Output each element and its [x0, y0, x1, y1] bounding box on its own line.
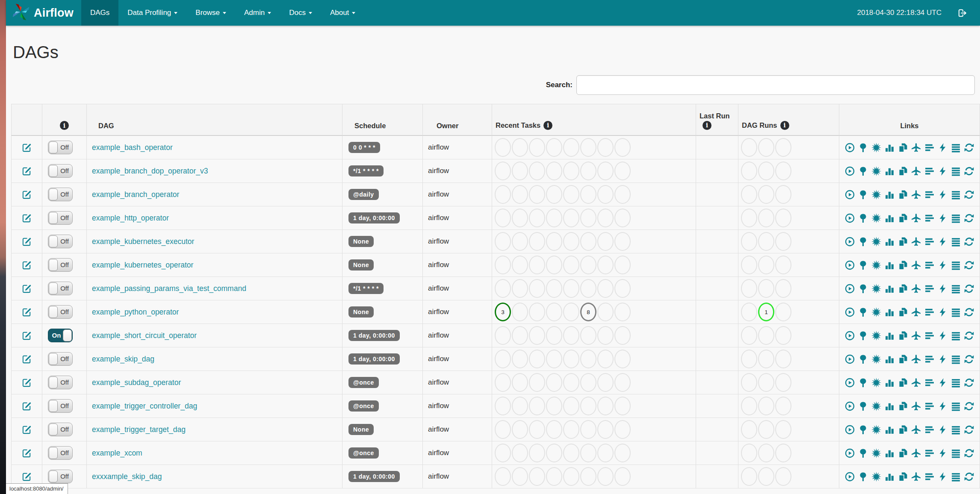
info-icon[interactable]: i [780, 121, 789, 130]
logs-icon[interactable] [950, 471, 961, 482]
task-tries-icon[interactable] [897, 189, 908, 200]
dag-link[interactable]: exxxample_skip_dag [92, 472, 162, 481]
gantt-view-icon[interactable] [924, 471, 934, 482]
schedule-badge[interactable]: None [348, 236, 374, 247]
tree-view-icon[interactable] [858, 354, 868, 364]
state-circle[interactable] [758, 209, 774, 227]
state-circle[interactable] [512, 326, 528, 345]
state-circle[interactable] [741, 350, 757, 368]
landing-times-icon[interactable] [911, 189, 921, 200]
state-circle[interactable] [775, 256, 791, 274]
landing-times-icon[interactable] [911, 260, 921, 270]
edit-dag-icon[interactable] [22, 354, 32, 364]
state-circle[interactable] [775, 185, 791, 204]
state-circle[interactable] [758, 420, 774, 439]
state-circle[interactable] [529, 467, 545, 486]
dag-pause-toggle[interactable]: Off [48, 141, 73, 154]
gantt-view-icon[interactable] [924, 142, 934, 153]
state-circle[interactable] [614, 138, 631, 157]
edit-dag-icon[interactable] [22, 260, 32, 270]
state-circle[interactable] [597, 444, 614, 462]
dag-link[interactable]: example_trigger_target_dag [92, 425, 186, 434]
state-circle[interactable] [614, 256, 631, 274]
state-circle[interactable] [563, 326, 579, 345]
logs-icon[interactable] [950, 213, 961, 223]
schedule-badge[interactable]: */1 * * * * [348, 165, 384, 177]
dag-pause-toggle[interactable]: Off [48, 470, 73, 483]
state-circle[interactable] [563, 162, 579, 180]
state-circle[interactable] [597, 185, 614, 204]
state-circle[interactable] [529, 350, 545, 368]
state-circle[interactable] [546, 397, 562, 415]
dag-pause-toggle[interactable]: Off [48, 399, 73, 413]
schedule-badge[interactable]: 1 day, 0:00:00 [348, 353, 400, 365]
task-tries-icon[interactable] [897, 142, 908, 153]
state-circle[interactable] [546, 420, 562, 439]
state-circle[interactable] [563, 303, 579, 321]
state-circle[interactable] [563, 350, 579, 368]
state-circle[interactable] [614, 209, 631, 227]
dag-pause-toggle[interactable]: On [48, 329, 73, 342]
state-circle[interactable] [614, 162, 631, 180]
code-view-icon[interactable] [937, 166, 948, 176]
edit-dag-icon[interactable] [22, 424, 32, 435]
header-last-run[interactable]: Last Runi [696, 104, 738, 136]
edit-dag-icon[interactable] [22, 142, 32, 153]
dag-pause-toggle[interactable]: Off [48, 282, 73, 295]
state-circle[interactable] [741, 373, 757, 392]
state-circle[interactable] [741, 326, 757, 345]
state-circle[interactable] [563, 138, 579, 157]
trigger-dag-icon[interactable] [844, 166, 855, 176]
state-circle[interactable] [546, 279, 562, 298]
logs-icon[interactable] [950, 424, 961, 435]
task-duration-icon[interactable] [884, 354, 894, 364]
dag-pause-toggle[interactable]: Off [48, 376, 73, 389]
state-circle[interactable] [580, 397, 596, 415]
logs-icon[interactable] [950, 307, 961, 317]
header-owner[interactable]: Owner [422, 104, 492, 136]
dag-link[interactable]: example_branch_operator [92, 190, 179, 199]
task-tries-icon[interactable] [897, 448, 908, 458]
task-tries-icon[interactable] [897, 330, 908, 341]
graph-view-icon[interactable] [871, 424, 881, 435]
state-circle[interactable] [614, 420, 631, 439]
trigger-dag-icon[interactable] [844, 424, 855, 435]
tree-view-icon[interactable] [858, 283, 868, 294]
gantt-view-icon[interactable] [924, 401, 934, 411]
graph-view-icon[interactable] [871, 471, 881, 482]
gantt-view-icon[interactable] [924, 307, 934, 317]
landing-times-icon[interactable] [911, 448, 921, 458]
refresh-icon[interactable] [964, 471, 974, 482]
task-duration-icon[interactable] [884, 283, 894, 294]
refresh-icon[interactable] [964, 189, 974, 200]
tree-view-icon[interactable] [858, 424, 868, 435]
nav-item-admin[interactable]: Admin [235, 0, 280, 26]
dag-link[interactable]: example_branch_dop_operator_v3 [92, 167, 208, 176]
state-circle[interactable] [580, 185, 596, 204]
trigger-dag-icon[interactable] [844, 236, 855, 247]
refresh-icon[interactable] [964, 401, 974, 411]
task-duration-icon[interactable] [884, 260, 894, 270]
graph-view-icon[interactable] [871, 166, 881, 176]
state-circle[interactable] [563, 209, 579, 227]
task-tries-icon[interactable] [897, 283, 908, 294]
edit-dag-icon[interactable] [22, 330, 32, 341]
state-circle[interactable] [758, 256, 774, 274]
state-circle[interactable] [597, 209, 614, 227]
task-duration-icon[interactable] [884, 471, 894, 482]
state-circle[interactable] [580, 279, 596, 298]
code-view-icon[interactable] [937, 354, 948, 364]
state-circle[interactable] [614, 303, 631, 321]
state-circle[interactable] [775, 162, 791, 180]
state-circle[interactable] [580, 256, 596, 274]
dag-pause-toggle[interactable]: Off [48, 235, 73, 248]
state-circle[interactable] [529, 326, 545, 345]
task-tries-icon[interactable] [897, 377, 908, 388]
landing-times-icon[interactable] [911, 330, 921, 341]
edit-dag-icon[interactable] [22, 236, 32, 247]
airflow-brand[interactable]: Airflow [6, 0, 81, 26]
task-tries-icon[interactable] [897, 471, 908, 482]
state-circle[interactable] [775, 326, 791, 345]
nav-item-data-profiling[interactable]: Data Profiling [118, 0, 186, 26]
landing-times-icon[interactable] [911, 354, 921, 364]
